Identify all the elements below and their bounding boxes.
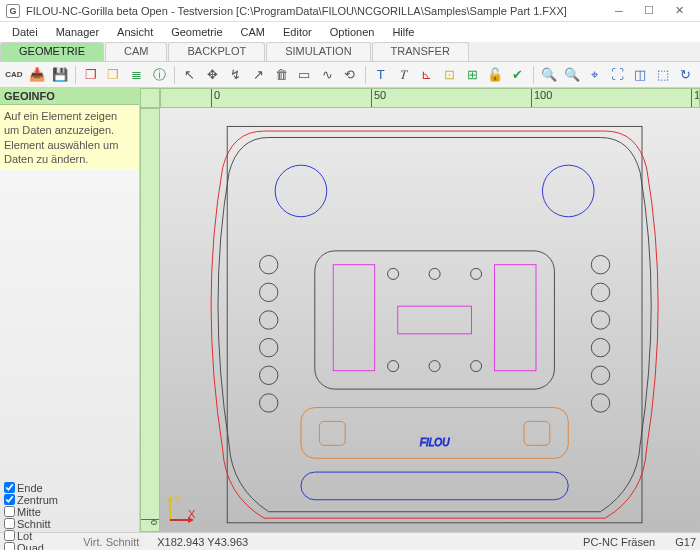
trash-icon[interactable]: 🗑	[271, 65, 291, 85]
layers-yellow-icon[interactable]: ❐	[103, 65, 123, 85]
label-sq-right	[524, 421, 550, 445]
save-icon[interactable]: 💾	[50, 65, 70, 85]
pan-icon[interactable]: ⬚	[653, 65, 673, 85]
refresh-icon[interactable]: ↻	[676, 65, 696, 85]
svg-text:Y: Y	[174, 494, 182, 506]
textformat-icon[interactable]: 𝑇	[394, 65, 414, 85]
lock-icon[interactable]: 🔓	[485, 65, 505, 85]
app-icon: G	[6, 4, 20, 18]
measure-icon[interactable]: ⊾	[417, 65, 437, 85]
close-button[interactable]: ✕	[664, 1, 694, 21]
toolbar-separator	[365, 66, 366, 84]
tab-backplot[interactable]: BACKPLOT	[168, 42, 265, 61]
drawing-area: 050100150 0	[140, 88, 700, 532]
menu-editor[interactable]: Editor	[275, 24, 320, 40]
menu-datei[interactable]: Datei	[4, 24, 46, 40]
checkbox-mitte[interactable]	[4, 506, 15, 517]
svg-point-15	[591, 338, 609, 356]
menubar: DateiManagerAnsichtGeometrieCAMEditorOpt…	[0, 22, 700, 42]
status-check-schnitt[interactable]: Schnitt	[4, 518, 71, 530]
snap1-icon[interactable]: ⊡	[439, 65, 459, 85]
checkbox-quad[interactable]	[4, 542, 15, 550]
logo-text: FILOU	[420, 437, 451, 448]
drawing-svg: FILOU	[160, 108, 700, 532]
menu-cam[interactable]: CAM	[233, 24, 273, 40]
checkbox-schnitt[interactable]	[4, 518, 15, 529]
svg-point-17	[591, 394, 609, 412]
layers-red-icon[interactable]: ❐	[81, 65, 101, 85]
zoom-region-icon[interactable]: ◫	[630, 65, 650, 85]
import-icon[interactable]: 📥	[27, 65, 47, 85]
layers-multicolor-icon[interactable]: ≣	[126, 65, 146, 85]
central-pocket	[315, 251, 555, 389]
menu-hilfe[interactable]: Hilfe	[384, 24, 422, 40]
zoom-out-icon[interactable]: 🔍	[562, 65, 582, 85]
tab-geometrie[interactable]: GEOMETRIE	[0, 42, 104, 61]
status-check-lot[interactable]: Lot	[4, 530, 71, 542]
hruler-tick: 0	[211, 89, 220, 107]
plane-readout: G17	[675, 536, 696, 548]
snap2-icon[interactable]: ⊞	[462, 65, 482, 85]
checkbox-ende[interactable]	[4, 482, 15, 493]
vertical-ruler[interactable]: 0	[140, 108, 160, 532]
maximize-button[interactable]: ☐	[634, 1, 664, 21]
text-icon[interactable]: T	[371, 65, 391, 85]
curve-icon[interactable]: ∿	[317, 65, 337, 85]
toolbar-separator	[174, 66, 175, 84]
move-icon[interactable]: ✥	[203, 65, 223, 85]
menu-ansicht[interactable]: Ansicht	[109, 24, 161, 40]
select-icon[interactable]: ↯	[226, 65, 246, 85]
pick-icon[interactable]: ↗	[249, 65, 269, 85]
hruler-tick: 150	[691, 89, 700, 107]
svg-point-0	[388, 268, 399, 279]
svg-marker-19	[167, 496, 173, 502]
join-icon[interactable]: ⟲	[340, 65, 360, 85]
confirm-icon[interactable]: ✔	[508, 65, 528, 85]
svg-point-13	[591, 283, 609, 301]
label-sq-left	[319, 421, 345, 445]
drawing-body: 0	[140, 108, 700, 532]
outer-profile-offset	[218, 137, 651, 511]
zoom-fit-icon[interactable]: ⛶	[607, 65, 627, 85]
menu-geometrie[interactable]: Geometrie	[163, 24, 230, 40]
zoom-rect-icon[interactable]: ⌖	[585, 65, 605, 85]
checkbox-lot[interactable]	[4, 530, 15, 541]
toolbar-separator	[533, 66, 534, 84]
outer-profile	[211, 131, 658, 518]
rect-icon[interactable]: ▭	[294, 65, 314, 85]
status-check-ende[interactable]: Ende	[4, 482, 71, 494]
svg-point-1	[429, 268, 440, 279]
geoinfo-header: GEOINFO	[0, 88, 139, 105]
svg-text:X: X	[188, 508, 196, 520]
minimize-button[interactable]: ─	[604, 1, 634, 21]
geoinfo-line2: Element auswählen um Daten zu ändern.	[4, 138, 135, 167]
status-check-zentrum[interactable]: Zentrum	[4, 494, 71, 506]
menu-manager[interactable]: Manager	[48, 24, 107, 40]
ruler-row: 050100150	[140, 88, 700, 108]
info-icon[interactable]: ⓘ	[149, 65, 169, 85]
menu-optionen[interactable]: Optionen	[322, 24, 383, 40]
horizontal-ruler[interactable]: 050100150	[160, 88, 700, 108]
checkbox-zentrum[interactable]	[4, 494, 15, 505]
zoom-in-icon[interactable]: 🔍	[539, 65, 559, 85]
svg-point-7	[259, 283, 277, 301]
tab-simulation[interactable]: SIMULATION	[266, 42, 370, 61]
tab-transfer[interactable]: TRANSFER	[372, 42, 469, 61]
titlebar: G FILOU-NC-Gorilla beta Open - Testversi…	[0, 0, 700, 22]
cursor-icon[interactable]: ↖	[180, 65, 200, 85]
sidebar: GEOINFO Auf ein Element zeigen um Daten …	[0, 88, 140, 532]
cad-icon[interactable]: CAD	[4, 65, 24, 85]
svg-point-9	[259, 338, 277, 356]
virt-schnitt-readout[interactable]: Virt. Schnitt	[79, 536, 143, 548]
vruler-tick: 0	[141, 519, 159, 525]
tab-cam[interactable]: CAM	[105, 42, 167, 61]
svg-point-3	[388, 361, 399, 372]
mode-readout: PC-NC Fräsen	[583, 536, 655, 548]
content: GEOINFO Auf ein Element zeigen um Daten …	[0, 88, 700, 532]
tabs-row: GEOMETRIECAMBACKPLOTSIMULATIONTRANSFER	[0, 42, 700, 62]
status-check-quad[interactable]: Quad	[4, 542, 71, 551]
status-check-mitte[interactable]: Mitte	[4, 506, 71, 518]
svg-point-12	[591, 255, 609, 273]
hruler-tick: 50	[371, 89, 386, 107]
canvas[interactable]: FILOU Y X	[160, 108, 700, 532]
